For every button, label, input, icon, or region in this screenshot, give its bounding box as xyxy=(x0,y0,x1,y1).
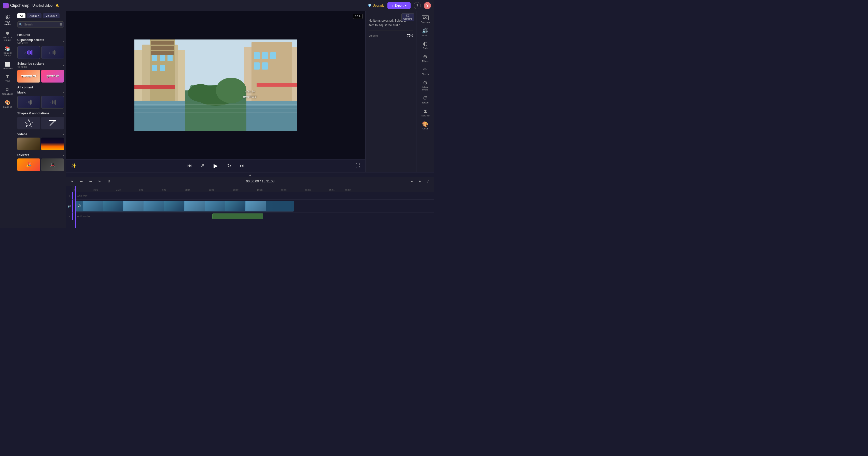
timeline-scroll-area: 0 2:21 4:42 7:03 9:24 11:45 14:06 16:27 … xyxy=(72,186,434,228)
shape-thumb-1[interactable] xyxy=(17,117,40,130)
clipchamp-selects-grid: ♪ ♪ xyxy=(17,46,64,59)
right-panel-adjust-colors[interactable]: ⊙ Adjustcolors xyxy=(418,78,433,93)
playback-right-controls: ⛶ xyxy=(353,162,362,170)
add-text-button[interactable]: + Add text xyxy=(73,194,87,197)
captions-icon: CC xyxy=(406,14,409,17)
fit-timeline-button[interactable]: ⤢ xyxy=(424,178,431,185)
timeline-collapse-button[interactable]: ▲ xyxy=(66,172,434,177)
fullscreen-button[interactable]: ⛶ xyxy=(353,162,362,170)
svg-rect-15 xyxy=(160,65,165,71)
logo-icon xyxy=(3,3,9,8)
video-thumb-1[interactable] xyxy=(17,138,40,150)
chevron-right-icon: › xyxy=(63,153,64,157)
user-avatar[interactable]: Y xyxy=(424,2,431,9)
filter-visuals-button[interactable]: Visuals ▾ xyxy=(43,13,59,18)
ruler-703: 7:03 xyxy=(139,189,144,191)
ruler-442: 4:42 xyxy=(116,189,121,191)
right-panel-fade[interactable]: ◐ Fade xyxy=(418,39,433,52)
subscribe-stickers-grid: सब्सक्राइब करें मुझे फॉलो करें xyxy=(17,70,64,83)
playback-left-controls: ✨ xyxy=(69,162,78,170)
redo-button[interactable]: ↪ xyxy=(87,178,94,185)
search-input[interactable] xyxy=(17,21,64,28)
export-button[interactable]: ↑ Export ▾ xyxy=(388,2,411,9)
help-button[interactable]: ? xyxy=(414,2,421,9)
sidebar-item-content-library[interactable]: 📚 Contentlibrary xyxy=(1,44,14,59)
chevron-right-icon: › xyxy=(63,64,64,67)
zoom-out-button[interactable]: − xyxy=(408,178,415,185)
right-panel-speed[interactable]: ⏱ Speed xyxy=(418,93,433,106)
sticker-item-2[interactable]: 🎩 xyxy=(41,159,64,171)
color-right-icon: 🎨 xyxy=(422,121,428,126)
skip-forward-button[interactable]: ⏭ xyxy=(238,162,246,170)
videos-section-header[interactable]: Videos › xyxy=(17,133,64,136)
zoom-in-button[interactable]: + xyxy=(416,178,423,185)
music-thumb-1[interactable]: ♪ xyxy=(17,46,40,59)
sidebar-item-brand-kit[interactable]: 🎨 Brand kit xyxy=(1,98,14,110)
audio-right-icon: 🔊 xyxy=(422,28,428,33)
right-panel-color[interactable]: 🎨 Color xyxy=(418,119,433,132)
right-panel-audio[interactable]: 🔊 Audio xyxy=(418,26,433,38)
preview-area: 16:9 xyxy=(66,11,365,159)
sticker-item-1[interactable]: 🎉 xyxy=(17,159,40,171)
sidebar-item-transitions[interactable]: ⧉ Transitions xyxy=(1,85,14,97)
play-pause-button[interactable]: ▶ xyxy=(211,161,221,171)
copy-button[interactable]: ⧉ xyxy=(105,178,113,185)
music-item-2[interactable]: ♪ xyxy=(41,96,64,109)
upgrade-button[interactable]: 💎 Upgrade xyxy=(368,4,384,7)
right-panel-transition[interactable]: ⧗ Transition xyxy=(418,107,433,119)
svg-rect-26 xyxy=(256,83,297,87)
clipchamp-selects-header[interactable]: Clipchamp selects 549 items › xyxy=(17,38,64,45)
ruler-2330: 23:30 xyxy=(305,189,311,191)
right-panel-filters[interactable]: ⊛ Filters xyxy=(418,52,433,64)
volume-row: Volume 75% xyxy=(369,34,413,37)
timeline-tracks-area: T 🔊 ♪ 0 2:21 4:42 7:03 9:24 xyxy=(66,186,434,228)
scissors-tool-button[interactable]: ✂ xyxy=(69,178,76,185)
video-thumb-2[interactable] xyxy=(41,138,64,150)
music-section-header[interactable]: Music › xyxy=(17,91,64,94)
shapes-section-header[interactable]: Shapes & annotations › xyxy=(17,112,64,115)
audio-clip[interactable] xyxy=(212,213,263,219)
video-track: 🔊 xyxy=(72,200,434,212)
sidebar-item-your-media[interactable]: 🖼 Your media xyxy=(1,13,14,28)
aspect-ratio-badge[interactable]: 16:9 xyxy=(353,14,363,19)
ruler-2551: 25:51 xyxy=(329,189,335,191)
captions-button[interactable]: CC Captions xyxy=(401,13,414,21)
music-thumb-2[interactable]: ♪ xyxy=(41,46,64,59)
add-audio-button[interactable]: + Add audio xyxy=(73,215,90,218)
ruler-2109: 21:09 xyxy=(281,189,287,191)
rewind-button[interactable]: ↺ xyxy=(198,162,207,170)
svg-marker-0 xyxy=(25,119,33,126)
undo-button[interactable]: ↩ xyxy=(78,178,85,185)
video-title[interactable]: Untitled video xyxy=(33,4,53,7)
topbar: Clipchamp Untitled video 🔔 💎 Upgrade ↑ E… xyxy=(0,0,434,11)
subscribe-stickers-header[interactable]: Subscribe stickers 46 items › xyxy=(17,62,64,68)
magic-edit-button[interactable]: ✨ xyxy=(69,162,78,170)
sidebar-item-templates[interactable]: ⬜ Templates xyxy=(1,60,14,72)
right-panel-effects[interactable]: ✏ Effects xyxy=(418,65,433,78)
captions-label: Captions xyxy=(403,18,412,20)
filter-audio-button[interactable]: Audio ▾ xyxy=(27,13,41,18)
sticker-thumb-2[interactable]: मुझे फॉलो करें xyxy=(41,70,64,83)
sort-icon[interactable]: ☰ xyxy=(60,23,62,26)
transition-right-icon: ⧗ xyxy=(424,109,427,114)
sticker-thumb-1[interactable]: सब्सक्राइब करें xyxy=(17,70,40,83)
music-item-1[interactable]: ♪ xyxy=(17,96,40,109)
chevron-right-icon: › xyxy=(63,91,64,94)
text-track: + Add text xyxy=(72,192,434,200)
effects-right-icon: ✏ xyxy=(423,67,427,72)
left-panel: All Audio ▾ Visuals ▾ 🔍 ☰ Featured Clipc… xyxy=(15,11,66,228)
skip-back-button[interactable]: ⏮ xyxy=(185,162,194,170)
cut-button[interactable]: ✂ xyxy=(96,178,103,185)
right-panel-captions[interactable]: CC Captions xyxy=(418,13,433,26)
svg-rect-25 xyxy=(134,85,175,89)
music-grid: ♪ ♪ xyxy=(17,96,64,109)
chevron-right-icon: › xyxy=(63,40,64,43)
app-logo[interactable]: Clipchamp xyxy=(3,3,30,8)
sidebar-item-text[interactable]: T Text xyxy=(1,73,14,84)
sidebar-item-record-create[interactable]: ⏺ Record &create xyxy=(1,29,14,43)
filter-all-button[interactable]: All xyxy=(17,13,26,18)
shape-thumb-2[interactable] xyxy=(41,117,64,130)
video-clip[interactable]: 🔊 xyxy=(75,201,294,211)
stickers-section-header[interactable]: Stickers › xyxy=(17,153,64,157)
forward-button[interactable]: ↻ xyxy=(225,162,234,170)
